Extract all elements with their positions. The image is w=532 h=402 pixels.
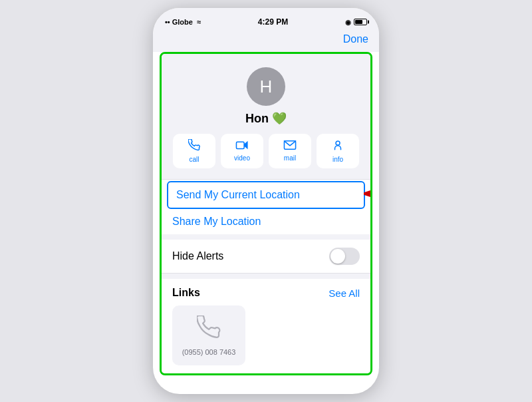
share-location-text: Share My Location: [172, 216, 261, 227]
contact-name: Hon 💚: [245, 111, 287, 126]
avatar-letter: H: [260, 77, 273, 97]
link-phone-number: (0955) 008 7463: [182, 348, 236, 356]
links-section: Links See All (0955) 008 7463: [162, 274, 370, 373]
time-display: 4:29 PM: [258, 17, 288, 27]
svg-point-3: [336, 141, 340, 145]
contact-emoji: 💚: [272, 112, 287, 125]
status-icons: ◉: [345, 19, 367, 26]
send-location-text: Send My Current Location: [176, 189, 300, 200]
hide-alerts-toggle[interactable]: [329, 248, 360, 265]
info-label: info: [332, 156, 343, 163]
mail-label: mail: [284, 154, 296, 162]
hide-alerts-label: Hide Alerts: [172, 250, 223, 262]
send-location-item[interactable]: Send My Current Location: [167, 181, 365, 209]
info-button[interactable]: info: [317, 134, 359, 168]
avatar: H: [247, 67, 285, 106]
red-arrow-annotation: [364, 186, 372, 204]
call-icon: [188, 139, 200, 154]
settings-section: Hide Alerts: [162, 234, 370, 274]
video-label: video: [234, 154, 250, 162]
contact-section: H Hon 💚 call: [162, 54, 370, 179]
hide-alerts-row: Hide Alerts: [162, 240, 370, 274]
see-all-button[interactable]: See All: [329, 288, 360, 299]
links-title: Links: [172, 287, 200, 299]
mail-button[interactable]: mail: [269, 134, 311, 168]
location-section: Send My Current Location: [162, 179, 370, 234]
info-icon: [332, 139, 344, 154]
video-button[interactable]: video: [221, 134, 263, 168]
battery-fill: [355, 20, 362, 24]
phone-frame: •• Globe ≈ 4:29 PM ◉ Done H Hon 💚: [153, 8, 379, 394]
action-buttons-row: call video: [173, 134, 359, 168]
video-icon: [235, 140, 249, 152]
call-button[interactable]: call: [173, 134, 215, 168]
screen-record-icon: ◉: [345, 19, 351, 26]
svg-marker-1: [244, 141, 247, 149]
status-bar: •• Globe ≈ 4:29 PM ◉: [153, 8, 379, 32]
share-location-item[interactable]: Share My Location: [162, 209, 370, 234]
mail-icon: [283, 140, 297, 152]
nav-bar: Done: [153, 32, 379, 52]
link-thumbnail[interactable]: (0955) 008 7463: [172, 305, 245, 365]
done-button[interactable]: Done: [343, 33, 368, 45]
call-label: call: [189, 156, 199, 163]
svg-rect-0: [236, 142, 244, 148]
carrier-signal: •• Globe ≈: [165, 18, 201, 26]
links-header: Links See All: [172, 287, 360, 299]
battery-icon: [354, 19, 367, 25]
green-outline-box: H Hon 💚 call: [160, 52, 372, 375]
phone-thumbnail-icon: [197, 315, 221, 344]
